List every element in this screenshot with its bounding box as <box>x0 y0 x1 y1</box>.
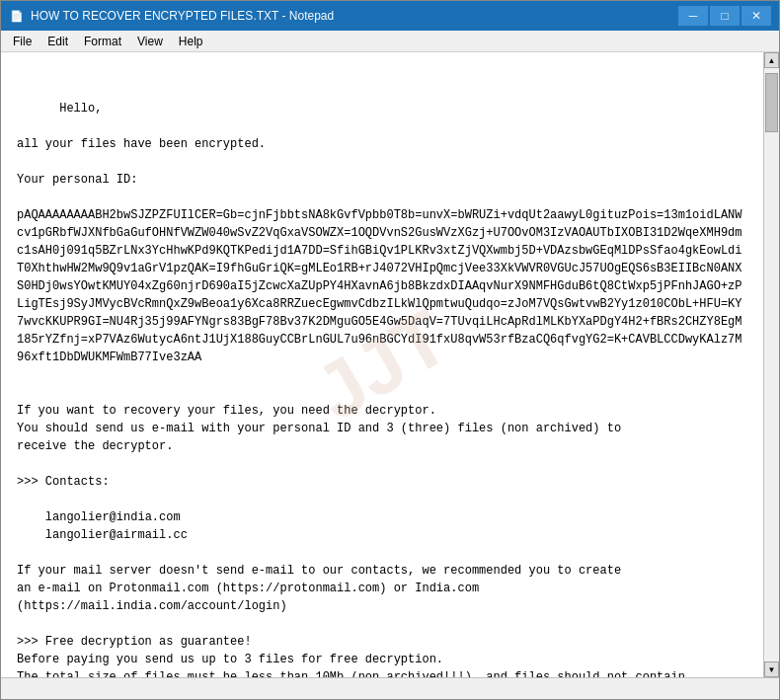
menu-help[interactable]: Help <box>171 33 211 50</box>
menu-file[interactable]: File <box>5 33 39 50</box>
maximize-button[interactable]: □ <box>710 6 740 26</box>
scrollbar: ▲ ▼ <box>763 52 779 677</box>
minimize-button[interactable]: ─ <box>678 6 708 26</box>
title-bar-controls: ─ □ ✕ <box>678 6 771 26</box>
notepad-window: 📄 HOW TO RECOVER ENCRYPTED FILES.TXT - N… <box>0 0 780 700</box>
app-icon: 📄 <box>9 8 25 24</box>
menu-bar: File Edit Format View Help <box>1 31 779 52</box>
title-bar: 📄 HOW TO RECOVER ENCRYPTED FILES.TXT - N… <box>1 1 779 31</box>
document-text: Hello, all your files have been encrypte… <box>17 102 742 677</box>
scroll-down-button[interactable]: ▼ <box>764 661 779 677</box>
menu-view[interactable]: View <box>129 33 171 50</box>
status-bar <box>1 677 779 699</box>
close-button[interactable]: ✕ <box>741 6 771 26</box>
scroll-up-button[interactable]: ▲ <box>764 52 779 68</box>
title-bar-left: 📄 HOW TO RECOVER ENCRYPTED FILES.TXT - N… <box>9 8 334 24</box>
menu-edit[interactable]: Edit <box>39 33 76 50</box>
content-area: JJT Hello, all your files have been encr… <box>1 52 779 677</box>
window-title: HOW TO RECOVER ENCRYPTED FILES.TXT - Not… <box>31 9 334 23</box>
text-editor[interactable]: JJT Hello, all your files have been encr… <box>1 52 763 677</box>
scroll-thumb[interactable] <box>765 73 778 132</box>
menu-format[interactable]: Format <box>76 33 129 50</box>
scroll-track[interactable] <box>764 68 779 661</box>
